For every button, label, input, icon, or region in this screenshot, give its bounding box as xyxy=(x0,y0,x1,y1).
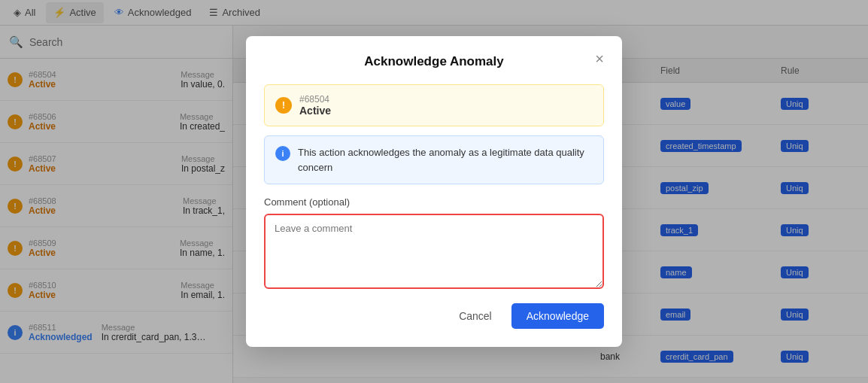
modal-actions: Cancel Acknowledge xyxy=(264,303,604,329)
comment-textarea[interactable] xyxy=(264,214,604,289)
modal-close-button[interactable]: × xyxy=(595,51,604,66)
acknowledge-button[interactable]: Acknowledge xyxy=(511,303,604,329)
modal-header: Acknowledge Anomaly × xyxy=(264,54,604,69)
anomaly-card-status: Active xyxy=(299,105,331,117)
modal: Acknowledge Anomaly × ! #68504 Active i … xyxy=(246,36,622,347)
anomaly-card-id: #68504 xyxy=(299,94,331,105)
modal-title: Acknowledge Anomaly xyxy=(364,54,503,69)
notice-info-icon: i xyxy=(275,146,290,161)
notice-text: This action acknowledges the anomaly as … xyxy=(298,145,593,175)
anomaly-card-info: #68504 Active xyxy=(299,94,331,117)
info-notice: i This action acknowledges the anomaly a… xyxy=(264,135,604,184)
cancel-button[interactable]: Cancel xyxy=(447,303,504,329)
anomaly-card: ! #68504 Active xyxy=(264,84,604,126)
anomaly-warning-icon: ! xyxy=(275,97,292,114)
modal-overlay: Acknowledge Anomaly × ! #68504 Active i … xyxy=(0,0,868,383)
comment-label: Comment (optional) xyxy=(264,196,604,208)
